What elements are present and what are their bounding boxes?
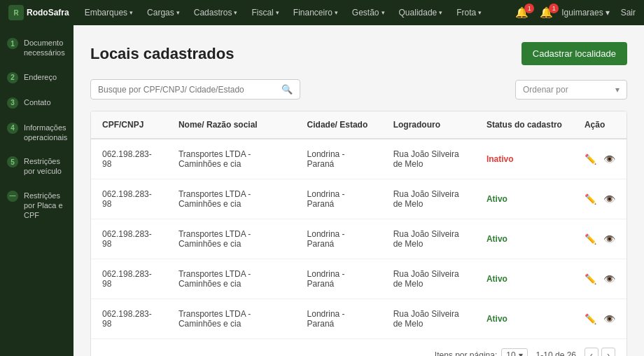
sidebar-item-endereco[interactable]: 2 Endereço [0,65,74,90]
nav-gestao[interactable]: Gestão ▾ [346,0,391,25]
per-page: Itens por página: 10 ▾ [435,348,528,356]
cell-logradouro: Rua João Silveira de Melo [382,259,475,299]
view-icon[interactable]: 👁️ [603,273,615,285]
cell-cidade: Londrina - Paraná [296,179,382,219]
cell-cidade: Londrina - Paraná [296,139,382,179]
sidebar-item-restricoes-placa[interactable]: — Restrições por Placa e CPF [0,184,74,228]
notification-bell-2[interactable]: 🔔 1 [537,6,556,19]
search-input[interactable] [98,85,277,95]
exit-button[interactable]: Sair [615,8,636,18]
sidebar-num-4: 4 [7,123,18,134]
table-header-row: CPF/CNPJ Nome/ Razão social Cidade/ Esta… [91,111,626,139]
cell-cpf: 062.198.283-98 [91,259,167,299]
per-page-value: 10 [506,350,515,356]
chevron-down-icon: ▾ [382,9,385,16]
view-icon[interactable]: 👁️ [603,193,615,205]
nav-cargas[interactable]: Cargas ▾ [141,0,186,25]
nav-qualidade[interactable]: Qualidade ▾ [393,0,449,25]
brand-name: RodoSafra [27,8,69,18]
view-icon[interactable]: 👁️ [603,153,615,165]
search-box[interactable]: 🔍 [90,79,300,100]
sidebar-item-documento[interactable]: 1 Documento necessários [0,31,74,65]
toolbar: 🔍 Ordenar por ▾ [90,79,627,100]
cell-logradouro: Rua João Silveira de Melo [382,139,475,179]
col-nome: Nome/ Razão social [167,111,296,139]
brand-icon: R [8,5,24,20]
cell-logradouro: Rua João Silveira de Melo [382,219,475,259]
edit-icon[interactable]: ✏️ [584,273,596,285]
table-row: 062.198.283-98 Transportes LTDA - Caminh… [91,179,626,219]
cell-cpf: 062.198.283-98 [91,139,167,179]
locais-table: CPF/CNPJ Nome/ Razão social Cidade/ Esta… [91,111,626,339]
nav-fiscal[interactable]: Fiscal ▾ [246,0,284,25]
nav-embarques[interactable]: Embarques ▾ [79,0,139,25]
sidebar-num-6: — [7,191,18,202]
chevron-down-icon: ▾ [606,8,610,18]
cell-logradouro: Rua João Silveira de Melo [382,299,475,339]
chevron-down-icon: ▾ [615,85,620,95]
nav-frota[interactable]: Frota ▾ [451,0,487,25]
cell-nome: Transportes LTDA - Caminhões e cia [167,299,296,339]
sort-label: Ordenar por [523,85,568,95]
cell-cpf: 062.198.283-98 [91,219,167,259]
chevron-down-icon: ▾ [519,350,523,356]
register-button[interactable]: Cadastrar localidade [522,42,627,65]
view-icon[interactable]: 👁️ [603,313,615,324]
sidebar-item-contato[interactable]: 3 Contato [0,90,74,116]
user-name: Iguimaraes [561,8,603,18]
sidebar-item-informacoes[interactable]: 4 Informações operacionais [0,116,74,150]
sidebar-label-restricoes-veiculo: Restrições por veículo [24,156,66,177]
sidebar-label-informacoes: Informações operacionais [24,123,67,143]
chevron-down-icon: ▾ [130,9,133,16]
cell-acao: ✏️ 👁️ [573,219,626,259]
col-status: Status do cadastro [475,111,573,139]
cell-acao: ✏️ 👁️ [573,259,626,299]
view-icon[interactable]: 👁️ [603,233,615,245]
chevron-down-icon: ▾ [276,9,279,16]
cell-cpf: 062.198.283-98 [91,179,167,219]
table-body: 062.198.283-98 Transportes LTDA - Caminh… [91,139,626,339]
cell-logradouro: Rua João Silveira de Melo [382,179,475,219]
sort-select[interactable]: Ordenar por ▾ [515,80,627,100]
per-page-select[interactable]: 10 ▾ [501,348,527,356]
table-row: 062.198.283-98 Transportes LTDA - Caminh… [91,259,626,299]
chevron-down-icon: ▾ [335,9,338,16]
edit-icon[interactable]: ✏️ [584,313,596,324]
page-title: Locais cadastrados [90,45,234,63]
notification-bell-1[interactable]: 🔔 1 [512,6,531,19]
cell-nome: Transportes LTDA - Caminhões e cia [167,179,296,219]
sidebar-label-documento: Documento necessários [24,38,66,58]
cell-acao: ✏️ 👁️ [573,179,626,219]
col-acao: Ação [573,111,626,139]
edit-icon[interactable]: ✏️ [584,153,596,165]
notification-badge-2: 1 [549,4,559,13]
sidebar-num-3: 3 [7,97,18,109]
nav-financeiro[interactable]: Financeiro ▾ [288,0,344,25]
next-page-button[interactable]: › [601,348,615,356]
cell-cidade: Londrina - Paraná [296,259,382,299]
table-container: CPF/CNPJ Nome/ Razão social Cidade/ Esta… [90,111,627,356]
cell-status: Ativo [475,179,573,219]
cell-cidade: Londrina - Paraná [296,219,382,259]
edit-icon[interactable]: ✏️ [584,193,596,205]
cell-nome: Transportes LTDA - Caminhões e cia [167,219,296,259]
cell-nome: Transportes LTDA - Caminhões e cia [167,139,296,179]
table-row: 062.198.283-98 Transportes LTDA - Caminh… [91,219,626,259]
sidebar-item-restricoes-veiculo[interactable]: 5 Restrições por veículo [0,149,74,184]
prev-page-button[interactable]: ‹ [584,348,598,356]
col-cpf: CPF/CNPJ [91,111,167,139]
col-logradouro: Logradouro [382,111,475,139]
cell-cpf: 062.198.283-98 [91,299,167,339]
per-page-label: Itens por página: [435,350,497,356]
user-menu[interactable]: Iguimaraes ▾ [561,8,609,18]
nav-cadastros[interactable]: Cadastros ▾ [188,0,244,25]
edit-icon[interactable]: ✏️ [584,233,596,245]
sidebar-label-restricoes-placa: Restrições por Placa e CPF [24,191,66,221]
table-row: 062.198.283-98 Transportes LTDA - Caminh… [91,139,626,179]
cell-status: Ativo [475,299,573,339]
search-icon: 🔍 [281,84,293,95]
sidebar: 1 Documento necessários 2 Endereço 3 Con… [0,25,74,356]
pagination: Itens por página: 10 ▾ 1-10 de 26 ‹ › [91,339,626,356]
page-nav: ‹ › [584,348,615,356]
notification-badge-1: 1 [524,4,534,13]
